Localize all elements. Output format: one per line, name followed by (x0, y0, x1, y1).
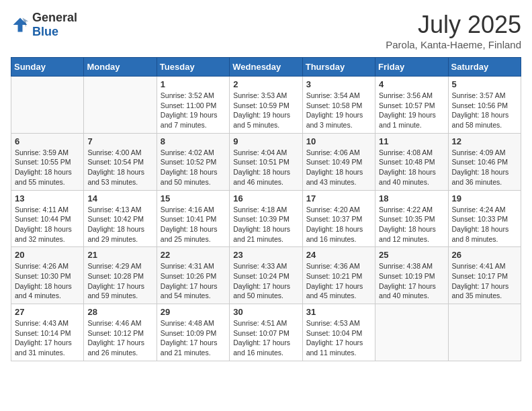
logo: General Blue (11, 11, 77, 39)
cell-info: Sunrise: 4:46 AM Sunset: 10:12 PM Daylig… (87, 318, 152, 358)
cell-info: Sunrise: 4:08 AM Sunset: 10:48 PM Daylig… (379, 148, 444, 187)
cell-info: Sunrise: 4:43 AM Sunset: 10:14 PM Daylig… (15, 318, 80, 358)
cell-info: Sunrise: 3:59 AM Sunset: 10:55 PM Daylig… (15, 148, 80, 187)
calendar-cell: 30Sunrise: 4:51 AM Sunset: 10:07 PM Dayl… (230, 304, 302, 361)
cell-info: Sunrise: 4:18 AM Sunset: 10:39 PM Daylig… (233, 205, 298, 244)
cell-info: Sunrise: 4:31 AM Sunset: 10:26 PM Daylig… (161, 261, 226, 301)
calendar-cell: 23Sunrise: 4:33 AM Sunset: 10:24 PM Dayl… (230, 247, 302, 304)
calendar-cell: 17Sunrise: 4:20 AM Sunset: 10:37 PM Dayl… (302, 190, 375, 247)
cell-info: Sunrise: 4:48 AM Sunset: 10:09 PM Daylig… (161, 318, 226, 358)
logo-icon (11, 15, 30, 34)
cell-info: Sunrise: 4:06 AM Sunset: 10:49 PM Daylig… (306, 148, 371, 187)
week-row-5: 27Sunrise: 4:43 AM Sunset: 10:14 PM Dayl… (11, 304, 521, 361)
day-number: 12 (452, 136, 517, 146)
col-friday: Friday (375, 58, 448, 77)
calendar-cell: 26Sunrise: 4:41 AM Sunset: 10:17 PM Dayl… (448, 247, 521, 304)
cell-info: Sunrise: 4:11 AM Sunset: 10:44 PM Daylig… (15, 205, 80, 244)
day-number: 24 (306, 250, 371, 260)
day-number: 31 (306, 307, 371, 317)
week-row-2: 6Sunrise: 3:59 AM Sunset: 10:55 PM Dayli… (11, 133, 521, 190)
day-number: 17 (306, 193, 371, 203)
day-number: 2 (233, 79, 298, 89)
day-number: 6 (15, 136, 80, 146)
cell-info: Sunrise: 4:36 AM Sunset: 10:21 PM Daylig… (306, 261, 371, 301)
calendar-cell (448, 304, 521, 361)
day-number: 1 (161, 79, 226, 89)
day-number: 19 (452, 193, 517, 203)
day-number: 30 (233, 307, 298, 317)
logo-text: General Blue (32, 11, 77, 39)
cell-info: Sunrise: 4:16 AM Sunset: 10:41 PM Daylig… (161, 205, 226, 244)
calendar-cell: 12Sunrise: 4:09 AM Sunset: 10:46 PM Dayl… (448, 133, 521, 190)
day-number: 22 (161, 250, 226, 260)
calendar-cell: 31Sunrise: 4:53 AM Sunset: 10:04 PM Dayl… (302, 304, 375, 361)
calendar-body: 1Sunrise: 3:52 AM Sunset: 11:00 PM Dayli… (11, 77, 521, 361)
calendar-cell (11, 77, 84, 134)
cell-info: Sunrise: 4:20 AM Sunset: 10:37 PM Daylig… (306, 205, 371, 244)
day-number: 9 (233, 136, 298, 146)
cell-info: Sunrise: 4:00 AM Sunset: 10:54 PM Daylig… (87, 148, 152, 187)
calendar-cell: 25Sunrise: 4:38 AM Sunset: 10:19 PM Dayl… (375, 247, 448, 304)
day-number: 11 (379, 136, 444, 146)
cell-info: Sunrise: 4:33 AM Sunset: 10:24 PM Daylig… (233, 261, 298, 301)
calendar-cell: 6Sunrise: 3:59 AM Sunset: 10:55 PM Dayli… (11, 133, 84, 190)
cell-info: Sunrise: 3:57 AM Sunset: 10:56 PM Daylig… (452, 91, 517, 130)
title-block: July 2025 Parola, Kanta-Haeme, Finland (386, 11, 521, 50)
cell-info: Sunrise: 4:29 AM Sunset: 10:28 PM Daylig… (87, 261, 152, 301)
cell-info: Sunrise: 4:04 AM Sunset: 10:51 PM Daylig… (233, 148, 298, 187)
calendar-cell: 16Sunrise: 4:18 AM Sunset: 10:39 PM Dayl… (230, 190, 302, 247)
cell-info: Sunrise: 3:53 AM Sunset: 10:59 PM Daylig… (233, 91, 298, 130)
week-row-4: 20Sunrise: 4:26 AM Sunset: 10:30 PM Dayl… (11, 247, 521, 304)
cell-info: Sunrise: 3:52 AM Sunset: 11:00 PM Daylig… (161, 91, 226, 130)
col-wednesday: Wednesday (230, 58, 302, 77)
cell-info: Sunrise: 4:22 AM Sunset: 10:35 PM Daylig… (379, 205, 444, 244)
calendar-cell: 29Sunrise: 4:48 AM Sunset: 10:09 PM Dayl… (157, 304, 229, 361)
calendar-table: Sunday Monday Tuesday Wednesday Thursday… (11, 57, 521, 361)
calendar-cell: 24Sunrise: 4:36 AM Sunset: 10:21 PM Dayl… (302, 247, 375, 304)
col-tuesday: Tuesday (157, 58, 229, 77)
col-sunday: Sunday (11, 58, 84, 77)
cell-info: Sunrise: 4:26 AM Sunset: 10:30 PM Daylig… (15, 261, 80, 301)
day-number: 14 (87, 193, 152, 203)
calendar-cell: 27Sunrise: 4:43 AM Sunset: 10:14 PM Dayl… (11, 304, 84, 361)
calendar-header: Sunday Monday Tuesday Wednesday Thursday… (11, 58, 521, 77)
cell-info: Sunrise: 4:09 AM Sunset: 10:46 PM Daylig… (452, 148, 517, 187)
day-number: 18 (379, 193, 444, 203)
day-number: 28 (87, 307, 152, 317)
calendar-cell: 22Sunrise: 4:31 AM Sunset: 10:26 PM Dayl… (157, 247, 229, 304)
cell-info: Sunrise: 3:56 AM Sunset: 10:57 PM Daylig… (379, 91, 444, 130)
col-monday: Monday (84, 58, 157, 77)
calendar-cell: 9Sunrise: 4:04 AM Sunset: 10:51 PM Dayli… (230, 133, 302, 190)
calendar-cell: 7Sunrise: 4:00 AM Sunset: 10:54 PM Dayli… (84, 133, 157, 190)
day-number: 13 (15, 193, 80, 203)
calendar-cell: 21Sunrise: 4:29 AM Sunset: 10:28 PM Dayl… (84, 247, 157, 304)
location: Parola, Kanta-Haeme, Finland (386, 39, 521, 50)
day-number: 8 (161, 136, 226, 146)
calendar-cell: 5Sunrise: 3:57 AM Sunset: 10:56 PM Dayli… (448, 77, 521, 134)
calendar-cell: 20Sunrise: 4:26 AM Sunset: 10:30 PM Dayl… (11, 247, 84, 304)
cell-info: Sunrise: 3:54 AM Sunset: 10:58 PM Daylig… (306, 91, 371, 130)
calendar-cell: 13Sunrise: 4:11 AM Sunset: 10:44 PM Dayl… (11, 190, 84, 247)
day-number: 21 (87, 250, 152, 260)
calendar-cell (84, 77, 157, 134)
calendar-cell (375, 304, 448, 361)
page-header: General Blue July 2025 Parola, Kanta-Hae… (11, 11, 521, 50)
day-number: 26 (452, 250, 517, 260)
cell-info: Sunrise: 4:38 AM Sunset: 10:19 PM Daylig… (379, 261, 444, 301)
calendar-cell: 11Sunrise: 4:08 AM Sunset: 10:48 PM Dayl… (375, 133, 448, 190)
calendar-cell: 8Sunrise: 4:02 AM Sunset: 10:52 PM Dayli… (157, 133, 229, 190)
week-row-1: 1Sunrise: 3:52 AM Sunset: 11:00 PM Dayli… (11, 77, 521, 134)
day-number: 20 (15, 250, 80, 260)
cell-info: Sunrise: 4:41 AM Sunset: 10:17 PM Daylig… (452, 261, 517, 301)
day-number: 10 (306, 136, 371, 146)
cell-info: Sunrise: 4:53 AM Sunset: 10:04 PM Daylig… (306, 318, 371, 358)
cell-info: Sunrise: 4:51 AM Sunset: 10:07 PM Daylig… (233, 318, 298, 358)
calendar-cell: 14Sunrise: 4:13 AM Sunset: 10:42 PM Dayl… (84, 190, 157, 247)
month-title: July 2025 (386, 11, 521, 39)
day-number: 27 (15, 307, 80, 317)
calendar-cell: 28Sunrise: 4:46 AM Sunset: 10:12 PM Dayl… (84, 304, 157, 361)
calendar-cell: 10Sunrise: 4:06 AM Sunset: 10:49 PM Dayl… (302, 133, 375, 190)
cell-info: Sunrise: 4:24 AM Sunset: 10:33 PM Daylig… (452, 205, 517, 244)
day-number: 7 (87, 136, 152, 146)
day-number: 16 (233, 193, 298, 203)
